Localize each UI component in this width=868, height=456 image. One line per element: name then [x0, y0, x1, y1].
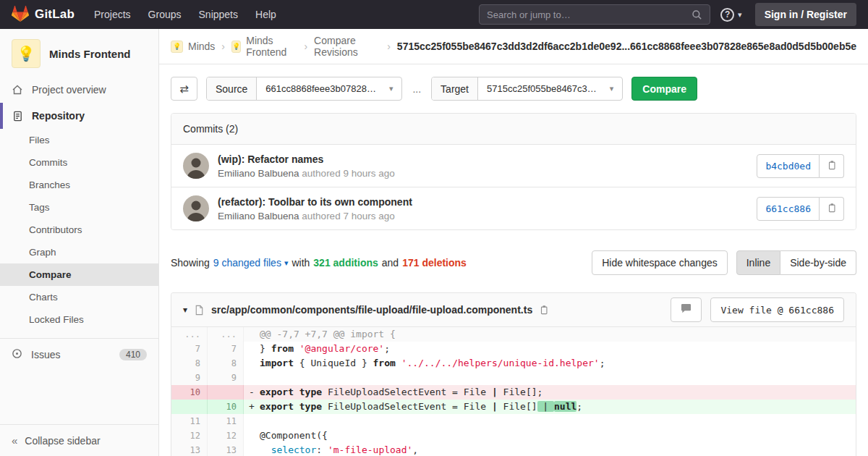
commit-author-avatar[interactable] [183, 153, 209, 179]
commit-meta: Emiliano Balbuena authored 7 hours ago [218, 211, 412, 221]
commit-info: (wip): Refactor namesEmiliano Balbuena a… [218, 153, 395, 179]
swap-revisions-button[interactable]: ⇄ [171, 77, 197, 101]
changed-files-dropdown[interactable]: 9 changed files ▾ [213, 257, 289, 269]
nav-item-help[interactable]: Help [247, 4, 284, 25]
breadcrumb: 💡 Minds › 💡 Minds Frontend › Compare Rev… [159, 29, 868, 64]
project-crumb-avatar: 💡 [231, 41, 241, 53]
sidebar-item-files[interactable]: Files [0, 129, 158, 151]
copy-sha-button[interactable] [820, 154, 844, 178]
gitlab-logo[interactable]: GitLab [12, 5, 75, 25]
project-header[interactable]: 💡 Minds Frontend [0, 29, 158, 77]
new-line-number[interactable]: 10 [208, 400, 244, 414]
breadcrumb-project[interactable]: 💡 Minds Frontend [231, 35, 297, 58]
commit-author-avatar[interactable] [183, 195, 209, 221]
diff-file-path[interactable]: src/app/common/components/file-upload/fi… [211, 304, 532, 316]
diff-line: 10+export type FileUploadSelectEvent = F… [171, 400, 856, 414]
target-label: Target [432, 77, 478, 100]
new-line-number[interactable]: 9 [208, 371, 244, 385]
nav-item-groups[interactable]: Groups [140, 4, 190, 25]
copy-path-icon[interactable] [539, 305, 549, 315]
search-icon[interactable] [692, 9, 702, 20]
issues-icon [12, 348, 22, 361]
commit-sha-button[interactable]: 661cc886 [757, 197, 820, 221]
diff-line: 1212@Component({ [171, 428, 856, 443]
sidebar-item-issues[interactable]: Issues 410 [0, 339, 158, 371]
nav-item-snippets[interactable]: Snippets [191, 4, 246, 25]
commit-author-link[interactable]: Emiliano Balbuena [218, 211, 299, 221]
breadcrumb-section[interactable]: Compare Revisions [314, 35, 380, 58]
source-ref-dropdown[interactable]: Source 661cc8868feee3b07828… ▾ [206, 77, 402, 101]
inline-mode-button[interactable]: Inline [736, 250, 780, 275]
sidebar-item-compare[interactable]: Compare [0, 263, 158, 286]
clipboard-icon [827, 203, 837, 215]
swap-icon: ⇄ [179, 83, 189, 96]
search-input[interactable] [487, 9, 692, 20]
new-line-number[interactable] [208, 385, 244, 400]
comment-button[interactable] [671, 297, 702, 322]
diff-line-code: } from '@angular/core'; [244, 342, 856, 356]
sidebar-item-charts[interactable]: Charts [0, 286, 158, 308]
old-line-number[interactable]: 11 [171, 414, 208, 428]
new-line-number[interactable]: 12 [208, 428, 244, 443]
old-line-number[interactable]: 13 [171, 443, 208, 456]
diff-line-code: selector: 'm-file-upload', [244, 443, 856, 456]
commit-author-link[interactable]: Emiliano Balbuena [218, 168, 299, 179]
sidebar-item-repository[interactable]: Repository [0, 103, 158, 129]
new-line-number[interactable]: 8 [208, 356, 244, 371]
chevron-down-icon: ▾ [610, 84, 614, 93]
comment-icon [681, 303, 692, 316]
new-line-number[interactable]: ... [208, 327, 244, 342]
side-by-side-mode-button[interactable]: Side-by-side [780, 250, 856, 275]
sidebar-item-contributors[interactable]: Contributors [0, 219, 158, 241]
diff-lines: ......@@ -7,7 +7,7 @@ import {77} from '… [171, 327, 856, 456]
breadcrumb-group[interactable]: 💡 Minds [171, 41, 215, 53]
global-search[interactable] [479, 4, 710, 25]
old-line-number[interactable]: 7 [171, 342, 208, 356]
sign-in-button[interactable]: Sign in / Register [755, 3, 856, 26]
commit-info: (refactor): Toolbar to its own component… [218, 196, 412, 221]
help-dropdown[interactable]: ? ▾ [720, 8, 742, 22]
diff-marker: - [249, 385, 255, 400]
hide-whitespace-button[interactable]: Hide whitespace changes [592, 250, 728, 275]
copy-sha-button[interactable] [820, 197, 844, 221]
nav-item-projects[interactable]: Projects [86, 4, 139, 25]
tanuki-icon [12, 5, 29, 25]
new-line-number[interactable]: 7 [208, 342, 244, 356]
sidebar-item-graph[interactable]: Graph [0, 241, 158, 263]
diff-line-code: +export type FileUploadSelectEvent = Fil… [244, 400, 856, 414]
sidebar-item-tags[interactable]: Tags [0, 196, 158, 219]
old-line-number[interactable]: ... [171, 327, 208, 342]
diff-line: 77} from '@angular/core'; [171, 342, 856, 356]
sidebar-item-commits[interactable]: Commits [0, 151, 158, 174]
revision-range-dots: ... [411, 83, 422, 95]
commit-sha-group: b4cbd0ed [757, 154, 844, 178]
target-ref-dropdown[interactable]: Target 5715cc25f055be8467c3… ▾ [431, 77, 623, 101]
old-line-number[interactable]: 10 [171, 385, 208, 400]
collapse-diff-icon[interactable]: ▾ [183, 305, 187, 315]
compare-button[interactable]: Compare [631, 77, 697, 101]
sidebar-item-locked-files[interactable]: Locked Files [0, 308, 158, 331]
commit-title-link[interactable]: (refactor): Toolbar to its own component [218, 196, 412, 208]
chevron-down-icon: ▾ [738, 10, 742, 20]
home-icon [12, 84, 23, 96]
top-navbar: GitLab ProjectsGroupsSnippetsHelp ? ▾ Si… [0, 0, 868, 29]
diff-view-controls: Hide whitespace changes Inline Side-by-s… [592, 250, 856, 275]
sidebar-item-branches[interactable]: Branches [0, 174, 158, 196]
old-line-number[interactable] [171, 400, 208, 414]
commit-title-link[interactable]: (wip): Refactor names [218, 153, 395, 165]
view-file-button[interactable]: View file @ 661cc886 [710, 297, 844, 322]
collapse-sidebar-button[interactable]: « Collapse sidebar [0, 424, 158, 456]
project-name: Minds Frontend [49, 48, 131, 60]
diff-marker: + [249, 400, 255, 414]
new-line-number[interactable]: 11 [208, 414, 244, 428]
new-line-number[interactable]: 13 [208, 443, 244, 456]
diff-file-panel: ▾ src/app/common/components/file-upload/… [171, 292, 856, 456]
sidebar-item-project-overview[interactable]: Project overview [0, 77, 158, 103]
commit-meta: Emiliano Balbuena authored 9 hours ago [218, 168, 395, 179]
old-line-number[interactable]: 8 [171, 356, 208, 371]
old-line-number[interactable]: 12 [171, 428, 208, 443]
commit-sha-button[interactable]: b4cbd0ed [757, 154, 820, 178]
breadcrumb-separator: › [304, 41, 307, 52]
question-icon: ? [720, 8, 734, 22]
old-line-number[interactable]: 9 [171, 371, 208, 385]
